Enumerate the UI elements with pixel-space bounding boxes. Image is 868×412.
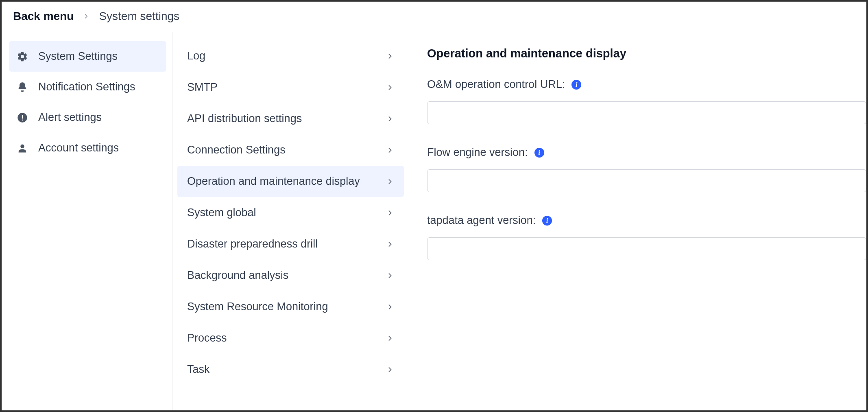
settings-subnav: Log SMTP API distribution settings Conne… <box>172 32 409 410</box>
panel-title: Operation and maintenance display <box>427 47 866 60</box>
svg-rect-1 <box>22 115 23 118</box>
info-icon[interactable]: i <box>534 148 544 158</box>
alert-icon <box>16 112 28 124</box>
bell-icon <box>16 81 28 93</box>
subnav-item-label: Task <box>187 363 386 376</box>
app-frame: Back menu System settings System Setting… <box>2 2 866 410</box>
sidebar-item-label: Account settings <box>38 142 119 154</box>
sidebar-item-label: System Settings <box>38 50 118 63</box>
field-tapdata-agent-version: tapdata agent version: i <box>427 214 866 260</box>
chevron-right-icon <box>386 366 394 374</box>
chevron-right-icon <box>386 303 394 311</box>
subnav-item-label: Log <box>187 50 386 62</box>
chevron-right-icon <box>386 52 394 60</box>
subnav-item-label: SMTP <box>187 81 386 94</box>
subnav-item-label: System global <box>187 206 386 219</box>
field-label: tapdata agent version: <box>427 214 536 227</box>
breadcrumb-current: System settings <box>99 10 179 23</box>
field-om-url: O&M operation control URL: i <box>427 78 866 124</box>
sidebar-item-notification-settings[interactable]: Notification Settings <box>9 72 166 102</box>
sidebar: System Settings Notification Settings Al… <box>2 32 172 410</box>
sidebar-item-system-settings[interactable]: System Settings <box>9 41 166 72</box>
subnav-item-process[interactable]: Process <box>177 322 404 354</box>
subnav-item-label: Background analysis <box>187 269 386 282</box>
chevron-right-icon <box>386 240 394 248</box>
subnav-item-system-global[interactable]: System global <box>177 197 404 228</box>
subnav-item-label: Connection Settings <box>187 144 386 156</box>
sidebar-item-account-settings[interactable]: Account settings <box>9 133 166 163</box>
gear-icon <box>16 50 28 63</box>
subnav-item-resource-monitoring[interactable]: System Resource Monitoring <box>177 291 404 322</box>
svg-point-3 <box>20 144 24 148</box>
field-label-row: O&M operation control URL: i <box>427 78 866 91</box>
subnav-item-background-analysis[interactable]: Background analysis <box>177 260 404 291</box>
subnav-item-label: Disaster preparedness drill <box>187 238 386 250</box>
chevron-right-icon <box>386 115 394 123</box>
svg-rect-2 <box>22 119 23 120</box>
subnav-item-disaster-drill[interactable]: Disaster preparedness drill <box>177 228 404 260</box>
info-icon[interactable]: i <box>542 216 552 226</box>
user-icon <box>16 142 28 154</box>
breadcrumb-back[interactable]: Back menu <box>13 10 74 23</box>
subnav-item-operation-maintenance[interactable]: Operation and maintenance display <box>177 166 404 197</box>
subnav-item-log[interactable]: Log <box>177 40 404 72</box>
field-label: Flow engine version: <box>427 146 528 159</box>
om-url-input[interactable] <box>427 101 866 124</box>
sidebar-item-alert-settings[interactable]: Alert settings <box>9 102 166 133</box>
chevron-right-icon <box>386 272 394 280</box>
field-label-row: tapdata agent version: i <box>427 214 866 227</box>
chevron-right-icon <box>386 209 394 217</box>
chevron-right-icon <box>386 178 394 186</box>
body: System Settings Notification Settings Al… <box>2 32 866 410</box>
info-icon[interactable]: i <box>571 80 581 90</box>
chevron-right-icon <box>386 146 394 154</box>
subnav-item-label: Process <box>187 332 386 344</box>
content-panel: Operation and maintenance display O&M op… <box>409 32 866 410</box>
sidebar-item-label: Notification Settings <box>38 81 135 93</box>
chevron-right-icon <box>83 13 90 20</box>
subnav-item-label: System Resource Monitoring <box>187 300 386 313</box>
field-label-row: Flow engine version: i <box>427 146 866 159</box>
flow-engine-version-input[interactable] <box>427 169 866 192</box>
subnav-item-label: API distribution settings <box>187 112 386 125</box>
chevron-right-icon <box>386 334 394 342</box>
field-label: O&M operation control URL: <box>427 78 565 91</box>
subnav-item-connection-settings[interactable]: Connection Settings <box>177 134 404 166</box>
breadcrumb: Back menu System settings <box>2 2 866 32</box>
chevron-right-icon <box>386 83 394 92</box>
subnav-item-task[interactable]: Task <box>177 354 404 385</box>
subnav-item-api-distribution[interactable]: API distribution settings <box>177 103 404 134</box>
subnav-item-smtp[interactable]: SMTP <box>177 72 404 103</box>
tapdata-agent-version-input[interactable] <box>427 237 866 260</box>
subnav-item-label: Operation and maintenance display <box>187 175 386 188</box>
field-flow-engine-version: Flow engine version: i <box>427 146 866 192</box>
sidebar-item-label: Alert settings <box>38 111 102 124</box>
